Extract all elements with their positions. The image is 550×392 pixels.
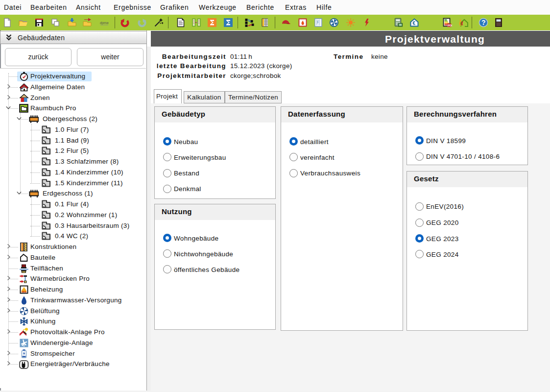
svg-text:PDF: PDF [448, 24, 452, 27]
svg-text:?: ? [481, 19, 486, 26]
svg-text:€: € [413, 21, 416, 26]
svg-text:dpma: dpma [100, 21, 109, 25]
